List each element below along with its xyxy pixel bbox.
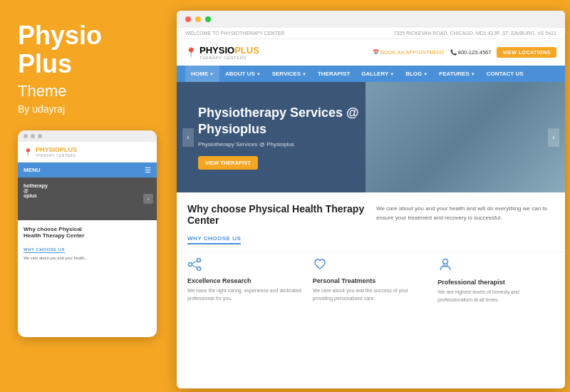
nav-arrow-features: ▼ (471, 72, 475, 76)
person-badge-icon (437, 258, 554, 275)
topbar-welcome: WELCOME TO PHYSIOTHERAPY CENTER (185, 31, 285, 36)
mobile-content: Why choose PhysicalHealth Therapy Center… (18, 220, 157, 267)
mobile-dot-3 (38, 134, 42, 138)
mobile-hero: hotherapy@oplus › (18, 177, 157, 220)
mobile-hero-text: hotherapy@oplus (24, 183, 151, 198)
nav-item-gallery[interactable]: GALLERY ▼ (356, 66, 400, 82)
share-icon (187, 258, 304, 274)
feature-therapist: Professional therapist We are highest le… (437, 258, 554, 304)
hamburger-icon: ☰ (145, 166, 151, 174)
svg-line-3 (192, 261, 197, 263)
feature-excellence-title: Excellence Research (187, 277, 304, 284)
mobile-menu-bar: MENU ☰ (18, 163, 157, 177)
mobile-logo-text: PHYSIOPLUS (36, 146, 77, 153)
svg-point-1 (197, 267, 201, 271)
mobile-desc: We care about you and your health... (24, 256, 151, 262)
hero-content: Physiotherapy Services @ Physioplus Phys… (198, 105, 362, 170)
browser-mockup: WELCOME TO PHYSIOTHERAPY CENTER 7325 RIC… (177, 11, 565, 388)
why-choose-section: Why choose Physical Health Therapy Cente… (177, 192, 565, 252)
browser-dot-yellow (195, 16, 201, 22)
site-nav: HOME ▼ ABOUT US ▼ SERVICES ▼ THERAPIST G… (177, 66, 565, 82)
site-header: 📍 PHYSIOPLUS THERAPY CENTERS 📅 BOOK AN A… (177, 39, 565, 66)
appointment-link[interactable]: 📅 BOOK AN APPOINTMENT (373, 49, 445, 56)
mobile-hero-next-icon[interactable]: › (143, 194, 153, 204)
hero-next-button[interactable]: › (548, 128, 559, 147)
site-hero: Physiotherapy Services @ Physioplus Phys… (177, 82, 565, 192)
feature-excellence-desc: We have the right caring, experience and… (187, 287, 304, 302)
theme-author: By udayraj (18, 103, 157, 115)
why-choose-left: Why choose Physical Health Therapy Cente… (187, 203, 366, 244)
mobile-dot-1 (24, 134, 28, 138)
mobile-section-title: Why choose PhysicalHealth Therapy Center (24, 226, 151, 239)
site-logo-pin-icon: 📍 (185, 47, 197, 58)
browser-bar (177, 11, 565, 28)
svg-point-5 (443, 259, 448, 264)
svg-line-4 (192, 265, 197, 267)
feature-therapist-desc: We are highest levels of honesty and pro… (437, 289, 554, 304)
view-therapist-button[interactable]: VIEW THERAPIST (198, 156, 258, 170)
hero-title: Physiotherapy Services @ Physioplus (198, 105, 362, 137)
hero-prev-button[interactable]: ‹ (182, 128, 194, 147)
heart-icon (313, 258, 430, 274)
nav-arrow-gallery: ▼ (390, 72, 394, 76)
nav-arrow-services: ▼ (302, 72, 306, 76)
nav-item-home[interactable]: HOME ▼ (185, 66, 219, 82)
theme-subtitle: Theme (18, 82, 157, 100)
mobile-dot-2 (31, 134, 35, 138)
left-panel: Physio Plus Theme By udayraj 📍 PHYSIOPLU… (0, 0, 175, 392)
phone-number: 📞 800-123-4567 (450, 49, 492, 56)
site-header-right: 📅 BOOK AN APPOINTMENT 📞 800-123-4567 VIE… (373, 47, 556, 58)
site-topbar: WELCOME TO PHYSIOTHERAPY CENTER 7325 RIC… (177, 28, 565, 39)
therapist-silhouette (366, 82, 565, 192)
feature-personal-title: Personal Treatments (313, 277, 430, 284)
browser-dot-green (205, 16, 211, 22)
svg-point-0 (197, 259, 201, 262)
topbar-address: 7325 RICKEVAN ROAD, CHICAGO, MD1 42JR, S… (394, 31, 556, 36)
svg-point-2 (189, 263, 192, 267)
mobile-why-label: WHY CHOOSE US (24, 247, 65, 253)
browser-dot-red (185, 16, 191, 22)
nav-item-blog[interactable]: BLOG ▼ (400, 66, 433, 82)
features-row: Excellence Research We have the right ca… (177, 252, 565, 311)
site-logo-subtext: THERAPY CENTERS (200, 56, 259, 60)
why-choose-desc: We care about you and your health and wi… (376, 203, 554, 244)
phone-icon: 📞 (450, 49, 457, 56)
why-choose-label: WHY CHOOSE US (187, 235, 241, 244)
why-choose-title: Why choose Physical Health Therapy Cente… (187, 203, 366, 226)
mobile-mockup: 📍 PHYSIOPLUS THERAPY CENTERS MENU ☰ hoth… (18, 130, 157, 337)
hero-therapist-image (366, 82, 565, 192)
mobile-menu-label: MENU (24, 167, 41, 173)
theme-title: Physio Plus (18, 21, 157, 78)
view-locations-button[interactable]: VIEW LOCATIONS (497, 47, 556, 58)
nav-item-therapist[interactable]: THERAPIST (312, 66, 356, 82)
mobile-logo-sub: THERAPY CENTERS (36, 153, 77, 158)
mobile-header: 📍 PHYSIOPLUS THERAPY CENTERS (18, 142, 157, 163)
feature-personal-desc: We care about you and the success of you… (313, 287, 430, 302)
mobile-dots (18, 130, 157, 142)
site-logo: 📍 PHYSIOPLUS THERAPY CENTERS (185, 45, 259, 60)
hero-sub: Physiotherapy Services @ Physioplus (198, 141, 362, 148)
nav-item-features[interactable]: FEATURES ▼ (433, 66, 480, 82)
feature-excellence: Excellence Research We have the right ca… (187, 258, 304, 304)
feature-therapist-title: Professional therapist (437, 279, 554, 286)
nav-arrow-home: ▼ (209, 72, 214, 76)
site-logo-text: PHYSIOPLUS (200, 45, 259, 56)
mobile-logo-pin-icon: 📍 (24, 148, 32, 156)
nav-item-services[interactable]: SERVICES ▼ (266, 66, 312, 82)
calendar-icon: 📅 (373, 49, 379, 56)
nav-item-contact[interactable]: CONTACT US (481, 66, 529, 82)
nav-arrow-blog: ▼ (423, 72, 428, 76)
feature-personal: Personal Treatments We care about you an… (313, 258, 430, 304)
nav-arrow-about: ▼ (256, 72, 261, 76)
nav-item-about[interactable]: ABOUT US ▼ (219, 66, 266, 82)
